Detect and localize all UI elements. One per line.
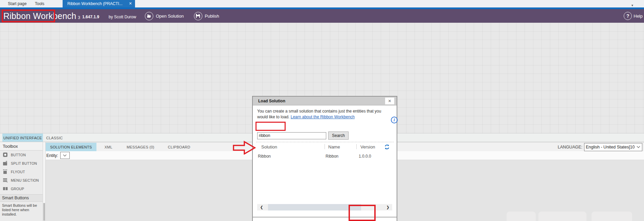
toolbox-item-label: SPLIT BUTTON [11,161,37,165]
smart-buttons-note: Smart Buttons will be listed here when i… [0,202,43,218]
solution-table-header: Solution Name Version [253,143,398,151]
save-icon [194,12,202,20]
toolbox-item-label: BUTTON [11,153,26,157]
toolbox-title: Toolbox [0,142,43,150]
ghost-group-placeholder [507,212,536,221]
solution-table-row[interactable]: Ribbon Ribbon 1.0.0.0 [253,154,398,161]
open-folder-icon [145,12,153,20]
open-solution-label: Open Solution [156,14,183,19]
refresh-icon[interactable] [384,144,390,150]
publish-label: Publish [205,14,219,19]
solution-search-input[interactable] [257,132,326,139]
column-solution[interactable]: Solution [261,144,277,149]
toolbox-panel: Toolbox BUTTON SPLIT BUTTON FLYOUT [0,142,43,221]
learn-more-link[interactable]: Learn about the Ribbon Workbench [291,115,355,119]
help-button[interactable]: ? Help [624,12,643,20]
dialog-title: Load Solution [258,99,285,103]
tab-classic[interactable]: CLASSIC [44,134,65,142]
app-edition: 3 [78,15,80,20]
tab-tools[interactable]: Tools [31,0,48,7]
help-label: Help [634,14,643,19]
cell-solution: Ribbon [258,154,271,159]
ok-button[interactable]: OK [354,220,368,221]
toolbox-item-flyout[interactable]: FLYOUT [0,167,43,176]
language-select[interactable]: English - United States[1033] [584,143,642,151]
dialog-footer: OK Cancel [253,217,397,221]
scroll-right-icon[interactable]: ❯ [383,205,392,209]
language-area: LANGUAGE: English - United States[1033] [558,143,644,151]
ghost-group-placeholder [538,212,586,221]
toolbox-item-button[interactable]: BUTTON [0,150,43,159]
app-version: 1.647.1.9 [82,15,99,19]
toolbox-scrollbar[interactable] [43,142,46,221]
toolbox-item-menu-section[interactable]: MENU SECTION [0,176,43,184]
tab-unified-interface[interactable]: UNIFIED INTERFACE [2,134,43,142]
chevron-down-icon [635,143,642,151]
app-byline: by Scott Durow [109,15,136,19]
tab-ribbon-workbench[interactable]: Ribbon Workbench (PRACTI... ✕ [63,0,135,7]
language-value: English - United States[1033] [586,145,635,149]
entity-select[interactable] [60,152,70,159]
split-button-icon [3,161,8,166]
close-icon[interactable]: ✕ [385,98,394,104]
toolbox-item-group[interactable]: GROUP [0,184,43,193]
ghost-group-placeholder [592,212,632,221]
cell-version: 1.0.0.0 [359,154,371,159]
scrollbar-thumb[interactable] [268,204,361,210]
column-version[interactable]: Version [360,144,375,149]
column-name[interactable]: Name [328,144,340,149]
cell-name: Ribbon [326,154,338,159]
dialog-intro-text: You can create a small solution that con… [257,108,390,120]
column-divider [356,144,357,149]
flyout-icon [3,169,8,174]
app-header: Ribbon Workbench 3 1.647.1.9 by Scott Du… [0,9,644,23]
help-icon: ? [624,12,632,20]
tab-overflow-icon[interactable]: ▾ [631,4,633,7]
tab-clipboard[interactable]: CLIPBOARD [163,143,195,151]
top-tab-bar: Start page Tools Ribbon Workbench (PRACT… [0,0,644,7]
ribbon-workbench-window: Start page Tools Ribbon Workbench (PRACT… [0,0,644,221]
tab-start-page[interactable]: Start page [3,0,32,7]
menu-section-icon [3,178,8,183]
tab-label: Ribbon Workbench (PRACTI... [67,1,123,6]
separator-dotted [256,142,394,142]
tab-solution-elements[interactable]: SOLUTION ELEMENTS [46,143,96,151]
search-row: Search [257,132,349,140]
dialog-body: You can create a small solution that con… [253,105,397,221]
tab-xml[interactable]: XML [100,143,117,151]
tab-messages[interactable]: MESSAGES (0) [122,143,159,151]
info-icon: i [391,117,398,123]
entity-label: Entity: [46,153,58,158]
search-button[interactable]: Search [328,132,349,140]
language-label: LANGUAGE: [558,145,582,149]
toolbox-item-split-button[interactable]: SPLIT BUTTON [0,159,43,167]
app-title: Ribbon Workbench [3,11,76,21]
button-icon [3,152,8,157]
open-solution-button[interactable]: Open Solution [145,12,183,20]
toolbox-item-label: FLYOUT [11,170,25,174]
smart-buttons-header: Smart Buttons [0,194,43,202]
toolbox-item-label: MENU SECTION [11,178,39,182]
column-divider [325,144,325,149]
horizontal-scrollbar[interactable]: ❮ ❯ [257,204,392,210]
toolbox-scrollbar-thumb[interactable] [43,203,45,221]
chevron-down-icon [61,152,69,159]
toolbox-item-label: GROUP [11,187,24,191]
scrollbar-track[interactable] [266,204,383,210]
group-icon [3,186,8,191]
load-solution-dialog: Load Solution ✕ You can create a small s… [252,96,397,221]
dialog-title-bar[interactable]: Load Solution ✕ [253,97,397,105]
scroll-left-icon[interactable]: ❮ [257,205,266,209]
tab-close-icon[interactable]: ✕ [129,1,132,6]
publish-button[interactable]: Publish [194,12,219,20]
